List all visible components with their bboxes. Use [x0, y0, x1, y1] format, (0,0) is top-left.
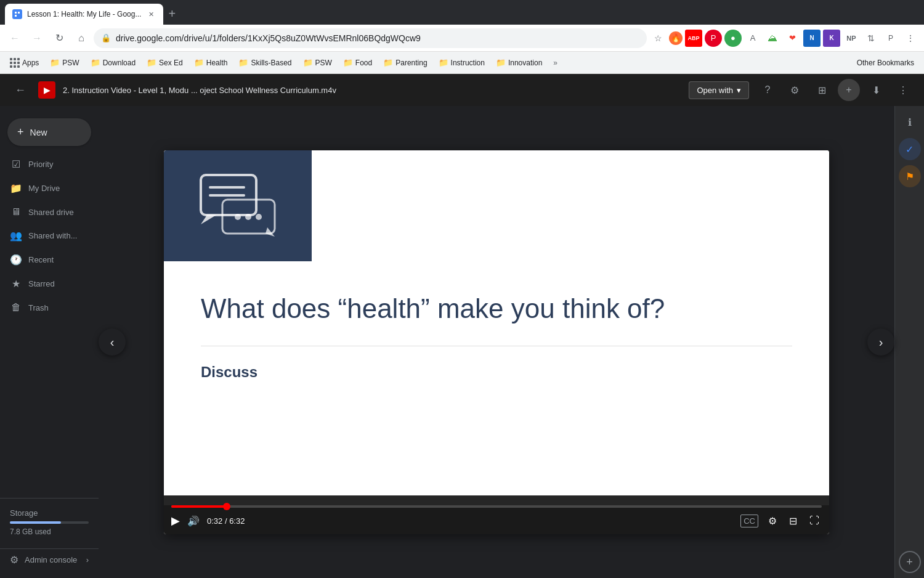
home-button[interactable]: ⌂	[71, 28, 91, 48]
plus-icon: +	[17, 126, 24, 139]
bookmarks-more-button[interactable]: »	[548, 56, 562, 70]
video-area: ‹	[99, 106, 894, 578]
ext-icon-5[interactable]: ⛰	[764, 30, 781, 47]
folder-icon: 📁	[383, 58, 393, 67]
download-icon[interactable]: ⬇	[865, 79, 887, 101]
bookmark-skills-based[interactable]: 📁 Skills-Based	[233, 55, 296, 70]
drive-back-button[interactable]: ←	[10, 79, 31, 102]
ext-icon-7[interactable]: N	[803, 30, 821, 47]
recent-icon: 🕐	[10, 254, 22, 266]
apps-grid-icon	[10, 58, 20, 68]
bookmark-psw1[interactable]: 📁 PSW	[45, 55, 84, 70]
settings-icon[interactable]: ⚙	[784, 79, 806, 101]
active-tab[interactable]: Lesson 1: Health: My Life - Goog... ✕	[5, 4, 163, 25]
sidebar-item-shared-with[interactable]: 👥 Shared with...	[0, 225, 89, 246]
ext-icon-6[interactable]: ❤	[784, 30, 801, 47]
firefox-ext-icon[interactable]: 🔥	[669, 31, 683, 45]
prev-slide-button[interactable]: ‹	[99, 328, 126, 356]
progress-bar[interactable]	[171, 505, 822, 508]
bookmark-psw1-label: PSW	[62, 59, 79, 67]
fullscreen-button[interactable]: ⛶	[807, 513, 822, 529]
volume-button[interactable]: 🔊	[187, 515, 200, 527]
folder-icon: 📁	[343, 58, 353, 67]
bookmark-psw2[interactable]: 📁 PSW	[298, 55, 337, 70]
starred-icon: ★	[10, 278, 22, 290]
bookmark-skills-label: Skills-Based	[251, 59, 291, 67]
captions-button[interactable]: CC	[740, 515, 758, 527]
sidebar-trash-label: Trash	[28, 303, 49, 312]
ext-icon-9[interactable]: NP	[843, 30, 860, 47]
video-player: What does “health” make you think of? Di…	[164, 150, 829, 534]
apps-label: Apps	[22, 59, 39, 67]
storage-usage: 7.8 GB used	[10, 527, 89, 536]
info-icon[interactable]: ℹ	[899, 111, 921, 133]
storage-label: Storage	[10, 508, 89, 518]
ext-icon-11[interactable]: P	[882, 30, 899, 47]
ext-icon-3[interactable]: ●	[724, 30, 742, 47]
folder-icon: 📁	[439, 58, 448, 67]
bookmark-sex-ed[interactable]: 📁 Sex Ed	[142, 55, 188, 70]
new-tab-button[interactable]: +	[163, 5, 180, 22]
tab-close-button[interactable]: ✕	[146, 9, 156, 19]
sidebar-sharedwith-label: Shared with...	[28, 231, 78, 240]
shared-drive-icon: 🖥	[10, 206, 22, 218]
flag-icon[interactable]: ⚑	[899, 165, 921, 187]
svg-rect-3	[15, 15, 17, 17]
storage-progress-bar	[10, 521, 89, 524]
adblock-ext-icon[interactable]: ABP	[685, 30, 702, 47]
storage-section: Storage 7.8 GB used	[10, 503, 89, 541]
admin-console-item[interactable]: ⚙ Admin console ›	[0, 548, 99, 571]
svg-rect-0	[14, 10, 21, 18]
new-button[interactable]: + New	[7, 118, 91, 146]
bookmark-sexed-label: Sex Ed	[159, 59, 183, 67]
ext-icon-10[interactable]: ⇅	[862, 30, 880, 47]
address-bar[interactable]: 🔒 drive.google.com/drive/u/1/folders/1Kx…	[94, 28, 647, 48]
forward-nav-button[interactable]: →	[27, 28, 47, 48]
slide-header	[164, 150, 312, 261]
bookmark-food-label: Food	[355, 59, 372, 67]
back-nav-button[interactable]: ←	[5, 28, 25, 48]
bookmark-apps[interactable]: Apps	[5, 55, 44, 70]
other-bookmarks-button[interactable]: Other Bookmarks	[852, 56, 919, 70]
ext-icon-4[interactable]: A	[744, 30, 761, 47]
sidebar-item-my-drive[interactable]: 📁 My Drive	[0, 177, 89, 199]
add-icon[interactable]: +	[899, 551, 921, 573]
bookmark-innovation[interactable]: 📁 Innovation	[491, 55, 547, 70]
next-slide-button[interactable]: ›	[867, 328, 894, 356]
sidebar-item-shared-drive[interactable]: 🖥 Shared drive	[0, 201, 89, 222]
storage-fill	[10, 521, 61, 524]
folder-icon: 📁	[147, 58, 156, 67]
svg-point-9	[235, 214, 241, 220]
miniplayer-button[interactable]: ⊟	[787, 513, 800, 529]
bookmark-download[interactable]: 📁 Download	[86, 55, 140, 70]
open-with-button[interactable]: Open with ▾	[689, 81, 749, 99]
sidebar-item-trash[interactable]: 🗑 Trash	[0, 297, 89, 318]
add-new-icon[interactable]: +	[838, 79, 860, 101]
more-options-icon[interactable]: ⋮	[902, 30, 919, 47]
settings-video-button[interactable]: ⚙	[766, 513, 779, 529]
ext-icon-8[interactable]: K	[823, 30, 840, 47]
bookmark-download-label: Download	[103, 59, 136, 67]
bookmark-star-icon[interactable]: ☆	[649, 30, 667, 47]
sidebar-shareddrive-label: Shared drive	[28, 208, 74, 217]
sidebar-item-priority[interactable]: ☑ Priority	[0, 153, 89, 175]
sidebar-item-recent[interactable]: 🕐 Recent	[0, 249, 89, 271]
time-display: 0:32 / 6:32	[207, 516, 245, 526]
bookmark-health[interactable]: 📁 Health	[189, 55, 233, 70]
bookmark-food[interactable]: 📁 Food	[338, 55, 377, 70]
bookmark-instruction[interactable]: 📁 Instruction	[434, 55, 490, 70]
grid-view-icon[interactable]: ⊞	[811, 79, 833, 101]
play-button[interactable]: ▶	[171, 514, 180, 527]
pinterest-ext-icon[interactable]: P	[705, 30, 722, 47]
slide-divider	[201, 346, 792, 346]
sidebar-item-starred[interactable]: ★ Starred	[0, 273, 89, 295]
check-icon[interactable]: ✓	[899, 138, 921, 160]
more-options-icon[interactable]: ⋮	[892, 79, 914, 101]
sidebar-starred-label: Starred	[28, 279, 55, 288]
sidebar-mydrive-label: My Drive	[28, 184, 60, 193]
svg-marker-7	[201, 215, 216, 224]
bookmark-parenting[interactable]: 📁 Parenting	[378, 55, 432, 70]
reload-button[interactable]: ↻	[49, 28, 69, 48]
help-icon[interactable]: ?	[756, 79, 779, 101]
priority-icon: ☑	[10, 158, 22, 170]
